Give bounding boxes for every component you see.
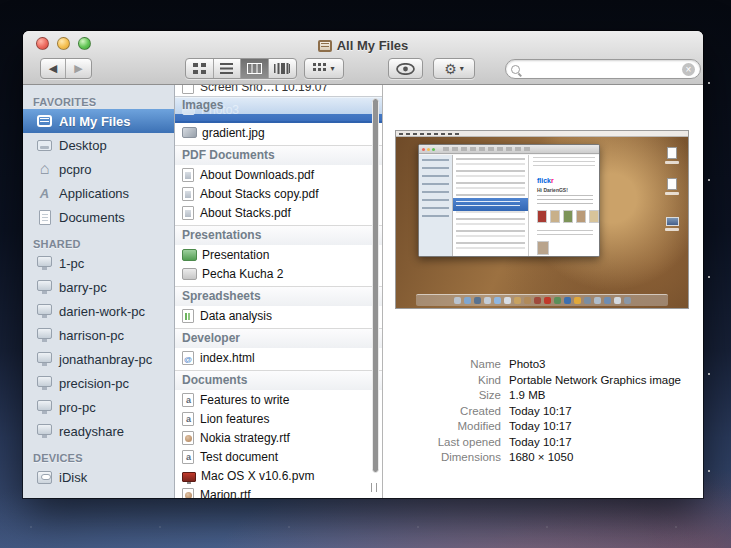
zoom-button[interactable] (78, 37, 91, 50)
window-title: All My Files (318, 34, 409, 53)
column-view-button[interactable] (241, 59, 269, 78)
thumb-menubar (396, 131, 688, 137)
sidebar-item-precision-pc[interactable]: precision-pc (23, 371, 174, 395)
group-header-images: Images (175, 96, 382, 114)
sidebar-section-favorites: FAVORITES (33, 96, 174, 108)
metadata-row: Size 1.9 MB (383, 388, 697, 404)
thumb-message-header (533, 157, 595, 167)
sidebar-item-darien-work-pc[interactable]: darien-work-pc (23, 299, 174, 323)
search-input[interactable] (520, 62, 682, 76)
column-view-icon (247, 63, 262, 74)
titlebar[interactable]: All My Files (23, 31, 703, 56)
chevron-down-icon: ▾ (460, 64, 464, 73)
coverflow-view-button[interactable] (269, 59, 296, 78)
window-chrome: All My Files ◀ ▶ (23, 31, 703, 85)
rtf-file-icon (182, 488, 194, 499)
metadata-row: Dimensions 1680 × 1050 (383, 450, 697, 466)
idisk-icon (36, 469, 53, 486)
sidebar-item-readyshare[interactable]: readyshare (23, 419, 174, 443)
metadata-row: Last opened Today 10:17 (383, 435, 697, 451)
arrange-button[interactable]: ▾ (304, 58, 344, 79)
html-file-icon (182, 351, 194, 365)
sidebar-item-pro-pc[interactable]: pro-pc (23, 395, 174, 419)
list-item[interactable]: About Downloads.pdf (175, 165, 382, 184)
traffic-lights (36, 37, 91, 50)
action-button[interactable]: ⚙ ▾ (433, 58, 475, 79)
toolbar: ◀ ▶ (23, 56, 703, 84)
close-button[interactable] (36, 37, 49, 50)
text-file-icon (182, 412, 194, 426)
group-header-developer: Developer (175, 328, 382, 348)
all-my-files-title-icon (318, 40, 332, 52)
metadata-row: Name Photo3 (383, 357, 697, 373)
sidebar-section-devices: DEVICES (33, 452, 174, 464)
quick-look-button[interactable] (388, 58, 423, 79)
thumb-desktop-icons (664, 147, 680, 245)
thumb-body-text-2 (537, 230, 593, 236)
metadata-row: Created Today 10:17 (383, 404, 697, 420)
group-header-documents: Documents (175, 370, 382, 390)
column-resize-handle[interactable] (371, 483, 377, 492)
list-item[interactable]: Presentation (175, 245, 382, 264)
thumb-dock (416, 294, 667, 306)
minimize-button[interactable] (57, 37, 70, 50)
list-view-button[interactable] (214, 59, 242, 78)
list-item[interactable]: Test document (175, 447, 382, 466)
all-my-files-icon (36, 113, 53, 130)
icon-view-icon (193, 63, 206, 74)
eye-icon (396, 63, 415, 75)
keynote-file-icon (182, 249, 197, 261)
list-item[interactable]: Marion.rtf (175, 485, 382, 498)
home-icon: ⌂ (36, 161, 53, 178)
thumb-selected-message (453, 198, 528, 211)
thumb-reading-pane: flickr Hi DarienGS! (529, 155, 599, 256)
sidebar-item-1-pc[interactable]: 1-pc (23, 251, 174, 275)
list-item[interactable]: Pecha Kucha 2 (175, 264, 382, 283)
sidebar-item-pcpro[interactable]: ⌂ pcpro (23, 157, 174, 181)
sidebar-item-applications[interactable]: A Applications (23, 181, 174, 205)
sidebar-item-barry-pc[interactable]: barry-pc (23, 275, 174, 299)
sidebar-item-idisk[interactable]: iDisk (23, 465, 174, 489)
scrollbar[interactable] (372, 98, 379, 473)
generic-file-icon (182, 85, 194, 94)
back-button[interactable]: ◀ (41, 59, 66, 78)
thumb-mail-sidebar (419, 155, 453, 256)
list-item[interactable]: Nokia strategy.rtf (175, 428, 382, 447)
metadata-row: Modified Today 10:17 (383, 419, 697, 435)
list-view-icon (220, 63, 233, 74)
thumb-photo-strip (537, 210, 599, 223)
text-file-icon (182, 393, 194, 407)
image-file-icon (182, 127, 197, 138)
spreadsheet-file-icon (182, 309, 194, 323)
list-item[interactable]: index.html (175, 348, 382, 367)
pdf-file-icon (182, 206, 194, 220)
list-item[interactable]: About Stacks copy.pdf (175, 184, 382, 203)
forward-button[interactable]: ▶ (66, 59, 91, 78)
shared-computer-icon (36, 279, 53, 296)
list-item[interactable]: Features to write (175, 390, 382, 409)
thumb-mail-window: flickr Hi DarienGS! (418, 144, 600, 257)
applications-icon: A (36, 185, 53, 202)
list-item[interactable]: Mac OS X v10.6.pvm (175, 466, 382, 485)
images-group-overlap: Photo3 Images (175, 96, 382, 123)
list-item[interactable]: Screen Sho…t 10.19.07 (175, 85, 382, 96)
list-item[interactable]: Lion features (175, 409, 382, 428)
chevron-down-icon: ▾ (330, 64, 334, 73)
list-item[interactable]: gradient.jpg (175, 123, 382, 142)
sidebar-section-shared: SHARED (33, 238, 174, 250)
clear-icon[interactable]: × (682, 63, 695, 76)
sidebar-item-all-my-files[interactable]: All My Files (23, 109, 174, 133)
list-item[interactable]: Data analysis (175, 306, 382, 325)
pdf-file-icon (182, 168, 194, 182)
arrange-grid-icon (313, 63, 316, 66)
group-header-presentations: Presentations (175, 225, 382, 245)
list-item[interactable]: About Stacks.pdf (175, 203, 382, 222)
sidebar-item-jonathanbray-pc[interactable]: jonathanbray-pc (23, 347, 174, 371)
icon-view-button[interactable] (186, 59, 214, 78)
sidebar-item-documents[interactable]: Documents (23, 205, 174, 229)
documents-icon (36, 209, 53, 226)
sidebar-item-desktop[interactable]: Desktop (23, 133, 174, 157)
shared-computer-icon (36, 399, 53, 416)
desktop: All My Files ◀ ▶ (0, 0, 731, 548)
sidebar-item-harrison-pc[interactable]: harrison-pc (23, 323, 174, 347)
